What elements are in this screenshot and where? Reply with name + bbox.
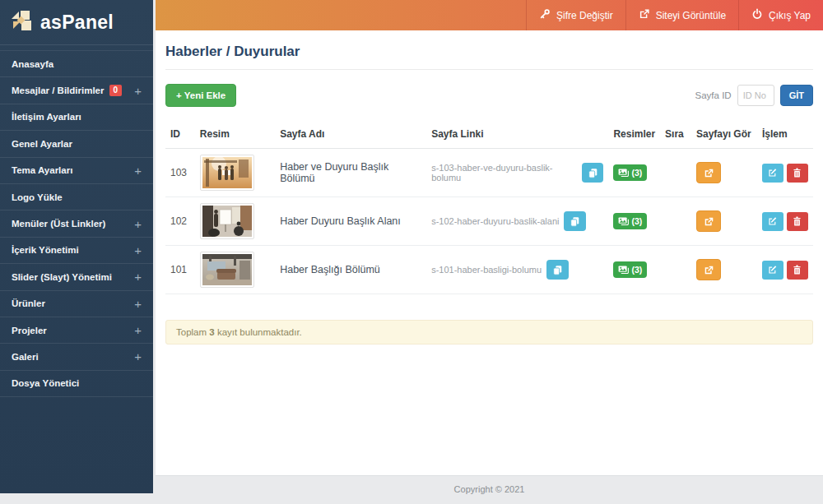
go-button[interactable]: GİT (780, 85, 813, 106)
edit-button[interactable] (762, 164, 783, 183)
row-link: s-103-haber-ve-duyuru-baslik-bolumu (431, 163, 577, 183)
edit-button[interactable] (762, 261, 783, 280)
sidebar-item-dosya-yonetici[interactable]: Dosya Yönetici (0, 371, 153, 397)
row-order (660, 149, 691, 197)
app-title: asPanel (40, 12, 114, 34)
page-content: Haberler / Duyurular + Yeni Ekle Sayfa I… (156, 30, 823, 344)
thumbnail-image (200, 203, 254, 239)
record-count: 3 (209, 327, 214, 337)
change-password-button[interactable]: Şifre Değiştir (526, 0, 625, 30)
row-id: 103 (165, 149, 195, 197)
logo-pinwheel-icon (11, 10, 33, 35)
plus-icon: + (134, 270, 142, 284)
main-area: Şifre Değiştir Siteyi Görüntüle Çıkış Ya… (156, 0, 823, 504)
row-id: 101 (165, 246, 195, 294)
sidebar-item-galeri[interactable]: Galeri + (0, 344, 153, 370)
edit-button[interactable] (762, 212, 783, 231)
copyright-text: Copyright © 2021 (454, 484, 525, 494)
sidebar: asPanel Anasayfa Mesajlar / Bildirimler … (0, 0, 153, 493)
images-icon (618, 266, 629, 274)
plus-icon: + (134, 217, 142, 231)
sidebar-item-mesajlar[interactable]: Mesajlar / Bildirimler 0 + (0, 77, 153, 104)
view-page-button[interactable] (696, 210, 721, 232)
col-header-actions: İşlem (757, 120, 813, 149)
table-row: 102 (165, 197, 813, 246)
add-new-button[interactable]: + Yeni Ekle (165, 84, 236, 107)
key-icon (539, 8, 551, 22)
table-header-row: ID Resim Sayfa Adı Sayfa Linki Resimler … (165, 120, 813, 149)
external-link-icon (704, 216, 714, 227)
delete-button[interactable] (787, 164, 808, 183)
images-button[interactable]: (3) (613, 213, 647, 229)
row-name: Haber Başlığı Bölümü (275, 246, 426, 294)
row-order (660, 197, 691, 246)
goto-page-group: Sayfa ID GİT (695, 85, 813, 106)
table-row: 103 (165, 149, 813, 197)
row-link: s-102-haber-duyuru-baslik-alani (431, 216, 559, 226)
footer: Copyright © 2021 (156, 475, 823, 504)
view-site-button[interactable]: Siteyi Görüntüle (625, 0, 738, 30)
col-header-view: Sayfayı Gör (691, 120, 757, 149)
col-header-name: Sayfa Adı (275, 120, 426, 149)
app-logo[interactable]: asPanel (0, 0, 153, 45)
page-title: Haberler / Duyurular (165, 30, 813, 70)
col-header-order: Sıra (660, 120, 691, 149)
view-page-button[interactable] (696, 259, 721, 280)
thumbnail-image (200, 155, 254, 191)
copy-link-button[interactable] (546, 260, 569, 280)
sidebar-item-genel-ayarlar[interactable]: Genel Ayarlar (0, 131, 153, 157)
trash-icon (793, 265, 802, 275)
table-row: 101 (165, 246, 813, 294)
row-link: s-101-haber-basligi-bolumu (431, 265, 542, 275)
view-page-button[interactable] (696, 162, 721, 183)
edit-icon (768, 168, 778, 178)
images-icon (618, 217, 629, 225)
page-id-label: Sayfa ID (695, 90, 732, 100)
sidebar-item-icerik-yonetimi[interactable]: İçerik Yönetimi + (0, 238, 153, 264)
sidebar-item-projeler[interactable]: Projeler + (0, 317, 153, 344)
plus-icon: + (134, 297, 142, 311)
row-id: 102 (165, 197, 195, 246)
toolbar: + Yeni Ekle Sayfa ID GİT (165, 70, 813, 117)
images-button[interactable]: (3) (613, 164, 647, 181)
row-name: Haber Duyuru Başlık Alanı (275, 197, 426, 246)
plus-icon: + (134, 349, 142, 363)
col-header-images: Resimler (608, 120, 660, 149)
sidebar-item-anasayfa[interactable]: Anasayfa (0, 51, 153, 77)
col-header-image: Resim (195, 120, 275, 149)
copy-link-button[interactable] (582, 163, 603, 183)
edit-icon (768, 216, 778, 226)
row-order (660, 246, 691, 294)
edit-icon (768, 265, 778, 275)
plus-icon: + (134, 164, 142, 178)
sidebar-item-slider-yonetimi[interactable]: Slider (Slayt) Yönetimi + (0, 264, 153, 290)
sidebar-item-iletisim-ayarlari[interactable]: İletişim Ayarları (0, 104, 153, 131)
images-button[interactable]: (3) (613, 261, 647, 278)
trash-icon (793, 216, 802, 226)
sidebar-nav: Anasayfa Mesajlar / Bildirimler 0 + İlet… (0, 50, 153, 397)
sidebar-item-logo-yukle[interactable]: Logo Yükle (0, 184, 153, 210)
external-link-icon (704, 168, 714, 178)
logout-button[interactable]: Çıkış Yap (738, 0, 823, 30)
col-header-id: ID (165, 120, 195, 149)
notification-badge: 0 (109, 85, 123, 96)
sidebar-item-tema-ayarlari[interactable]: Tema Ayarları + (0, 158, 153, 184)
delete-button[interactable] (787, 212, 808, 231)
images-icon (618, 169, 629, 177)
plus-icon: + (134, 84, 142, 98)
page-id-input[interactable] (737, 85, 774, 106)
delete-button[interactable] (787, 261, 808, 280)
external-link-icon (704, 265, 714, 275)
record-count-alert: Toplam 3 kayıt bulunmaktadır. (165, 320, 813, 344)
plus-icon: + (134, 243, 142, 257)
row-name: Haber ve Duyuru Başlık Bölümü (275, 149, 426, 197)
thumbnail-image (200, 252, 254, 288)
plus-icon: + (134, 323, 142, 337)
sidebar-item-urunler[interactable]: Ürünler + (0, 291, 153, 317)
sidebar-item-menuler[interactable]: Menüler (Üst Linkler) + (0, 210, 153, 237)
copy-link-button[interactable] (564, 211, 586, 231)
col-header-link: Sayfa Linki (426, 120, 608, 149)
trash-icon (793, 168, 802, 178)
topbar: Şifre Değiştir Siteyi Görüntüle Çıkış Ya… (156, 0, 823, 30)
records-table: ID Resim Sayfa Adı Sayfa Linki Resimler … (165, 120, 813, 294)
